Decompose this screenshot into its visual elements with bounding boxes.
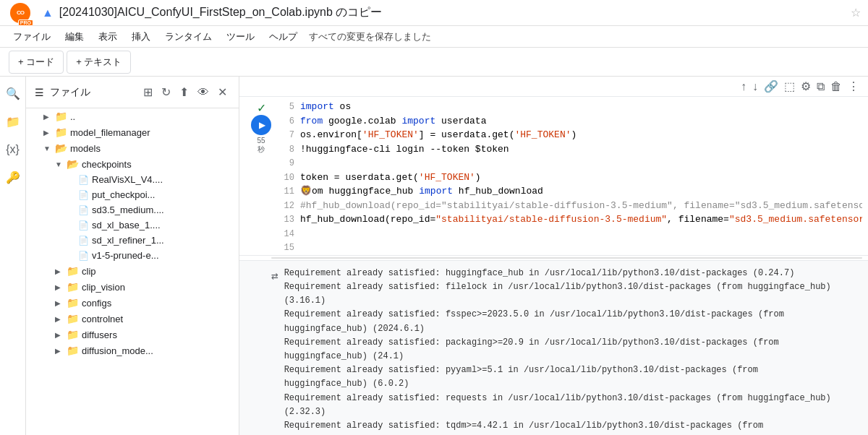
code-line-7: 7os.environ['HF_TOKEN'] = userdata.get('… xyxy=(277,128,862,142)
nav-search[interactable]: 🔍 xyxy=(1,82,25,105)
tree-item-models[interactable]: ▼ 📂 models xyxy=(26,140,239,156)
add-text-button[interactable]: + テキスト xyxy=(67,51,131,74)
code-line-8: 8!huggingface-cli login --token $token xyxy=(277,142,862,157)
code-line-12: 12#hf_hub_download(repo_id="stabilityai/… xyxy=(277,199,862,213)
tree-toggle-diffusion-mode[interactable]: ▶ xyxy=(55,347,67,355)
tree-toggle-dotdot[interactable]: ▶ xyxy=(43,113,55,121)
tree-toggle-clip[interactable]: ▶ xyxy=(55,267,67,275)
file-icon-sd35: 📄 xyxy=(78,205,89,215)
cell-down-btn[interactable]: ↓ xyxy=(749,79,761,95)
refresh-icon[interactable]: ↻ xyxy=(158,82,174,102)
folder-open-icon-models: 📂 xyxy=(55,142,67,154)
tree-item-sdxl-base[interactable]: 📄 sd_xl_base_1.... xyxy=(26,218,239,233)
folder-icon-model-filemanager: 📁 xyxy=(55,126,67,138)
drive-icon: ▲ xyxy=(42,7,54,20)
code-line-13: 13hf_hub_download(repo_id="stabilityai/s… xyxy=(277,212,862,227)
sidebar-title: ☰ ファイル xyxy=(35,86,90,99)
tree-item-sdxl-refiner[interactable]: 📄 sd_xl_refiner_1... xyxy=(26,233,239,248)
star-icon[interactable]: ☆ xyxy=(851,6,861,20)
code-line-9: 9 xyxy=(277,156,862,171)
nav-secrets[interactable]: 🔑 xyxy=(1,166,25,189)
sidebar-actions: ⊞ ↻ ⬆ 👁 ✕ xyxy=(140,82,230,102)
folder-icon-dotdot: 📁 xyxy=(55,111,67,122)
code-lines[interactable]: 5import os 6from google.colab import use… xyxy=(277,100,862,255)
close-sidebar-icon[interactable]: ✕ xyxy=(215,82,230,102)
upload-icon[interactable]: ⬆ xyxy=(176,82,192,102)
nav-files[interactable]: 📁 xyxy=(1,111,25,133)
tree-item-put-checkpoint[interactable]: 📄 put_checkpoi... xyxy=(26,187,239,202)
folder-icon-diffusers: 📁 xyxy=(67,329,79,340)
file-icon-realvis: 📄 xyxy=(78,175,89,185)
colab-logo: CO PRO xyxy=(10,3,30,23)
file-icon-v15: 📄 xyxy=(78,251,89,261)
folder-icon-controlnet: 📁 xyxy=(67,313,79,324)
cell-settings-btn[interactable]: ⚙ xyxy=(798,78,814,95)
saved-status: すべての変更を保存しました xyxy=(309,30,431,43)
cell-more-btn[interactable]: ⋮ xyxy=(845,78,862,95)
tree-item-realvis[interactable]: 📄 RealVisXL_V4.... xyxy=(26,172,239,187)
code-area: ↑ ↓ 🔗 ⬚ ⚙ ⧉ 🗑 ⋮ ✓ ▶ 55秒 5import o xyxy=(239,77,868,435)
tree-item-diffusers[interactable]: ▶ 📁 diffusers xyxy=(26,327,239,343)
menu-edit[interactable]: 編集 xyxy=(59,27,90,46)
tree-item-clip-vision[interactable]: ▶ 📁 clip_vision xyxy=(26,279,239,295)
output-toggle-icon[interactable]: ⇄ xyxy=(271,268,278,287)
tree-item-sd35[interactable]: 📄 sd3.5_medium.... xyxy=(26,202,239,218)
folder-icon-clip-vision: 📁 xyxy=(67,281,79,293)
hamburger-icon[interactable]: ☰ xyxy=(35,87,44,98)
folder-open-icon-checkpoints: 📂 xyxy=(67,158,79,170)
output-line-5: Requirement already satisfied: pyyaml>=5… xyxy=(284,363,836,391)
tree-item-configs[interactable]: ▶ 📁 configs xyxy=(26,295,239,311)
folder-icon-clip: 📁 xyxy=(67,265,79,277)
cell-link-btn[interactable]: 🔗 xyxy=(761,78,781,95)
nav-variables[interactable]: {x} xyxy=(1,139,24,160)
menu-file[interactable]: ファイル xyxy=(7,27,56,46)
logo: CO PRO xyxy=(7,0,33,26)
output-line-7: Requirement already satisfied: tqdm>=4.4… xyxy=(284,419,836,435)
cell-delete-btn[interactable]: 🗑 xyxy=(827,79,845,95)
cell-up-btn[interactable]: ↑ xyxy=(738,79,749,95)
output-line-3: Requirement already satisfied: fsspec>=2… xyxy=(284,308,836,335)
tree-item-v15[interactable]: 📄 v1-5-pruned-e... xyxy=(26,248,239,263)
tree-toggle-configs[interactable]: ▶ xyxy=(55,299,67,307)
tree-toggle-diffusers[interactable]: ▶ xyxy=(55,331,67,339)
output-line-6: Requirement already satisfied: requests … xyxy=(284,392,836,419)
tree-item-checkpoints[interactable]: ▼ 📂 checkpoints xyxy=(26,156,239,172)
cell-check-icon: ✓ xyxy=(257,101,266,115)
horizontal-scrollbar[interactable] xyxy=(271,257,862,259)
code-line-14: 14 xyxy=(277,227,862,241)
menu-insert[interactable]: 挿入 xyxy=(126,27,156,46)
main-layout: 🔍 📁 {x} 🔑 ☰ ファイル ⊞ ↻ ⬆ 👁 ✕ ▶ 📁 xyxy=(0,77,868,435)
file-sidebar: ☰ ファイル ⊞ ↻ ⬆ 👁 ✕ ▶ 📁 .. ▶ 📁 xyxy=(26,77,239,435)
output-line-4: Requirement already satisfied: packaging… xyxy=(284,336,836,363)
notebook-title[interactable]: [20241030]AICU_ConfyUI_FirstStep_on_Cola… xyxy=(59,5,845,20)
sidebar-header: ☰ ファイル ⊞ ↻ ⬆ 👁 ✕ xyxy=(26,77,239,108)
folder-icon-diffusion-mode: 📁 xyxy=(67,345,79,356)
code-line-10: 10token = userdata.get('HF_TOKEN') xyxy=(277,171,862,185)
code-line-15: 15 xyxy=(277,241,862,255)
menu-tools[interactable]: ツール xyxy=(221,27,260,46)
tree-toggle-controlnet[interactable]: ▶ xyxy=(55,315,67,323)
tree-toggle-models[interactable]: ▼ xyxy=(43,145,55,152)
run-cell-button[interactable]: ▶ xyxy=(251,115,271,135)
output-area: ⇄ Requirement already satisfied: hugging… xyxy=(239,260,868,435)
code-line-11: 11🦁om huggingface_hub import hf_hub_down… xyxy=(277,184,862,199)
tree-item-diffusion-mode[interactable]: ▶ 📁 diffusion_mode... xyxy=(26,343,239,358)
file-icon-sdxl-refiner: 📄 xyxy=(78,236,89,246)
new-folder-icon[interactable]: ⊞ xyxy=(140,82,156,102)
tree-toggle-clip-vision[interactable]: ▶ xyxy=(55,283,67,291)
cell-view-btn[interactable]: ⬚ xyxy=(781,78,798,95)
tree-item-dotdot[interactable]: ▶ 📁 .. xyxy=(26,108,239,124)
tree-item-model-filemanager[interactable]: ▶ 📁 model_filemanager xyxy=(26,124,239,140)
menu-runtime[interactable]: ランタイム xyxy=(159,27,218,46)
tree-toggle-checkpoints[interactable]: ▼ xyxy=(55,160,67,168)
tree-item-clip[interactable]: ▶ 📁 clip xyxy=(26,263,239,279)
tree-item-controlnet[interactable]: ▶ 📁 controlnet xyxy=(26,311,239,327)
code-line-5: 5import os xyxy=(277,100,862,114)
menu-view[interactable]: 表示 xyxy=(93,27,123,46)
eye-off-icon[interactable]: 👁 xyxy=(195,82,212,102)
play-icon: ▶ xyxy=(259,120,265,130)
tree-toggle-model-filemanager[interactable]: ▶ xyxy=(43,129,55,137)
add-code-button[interactable]: + コード xyxy=(9,51,64,74)
cell-copy-btn[interactable]: ⧉ xyxy=(814,79,827,95)
menu-help[interactable]: ヘルプ xyxy=(263,27,303,46)
